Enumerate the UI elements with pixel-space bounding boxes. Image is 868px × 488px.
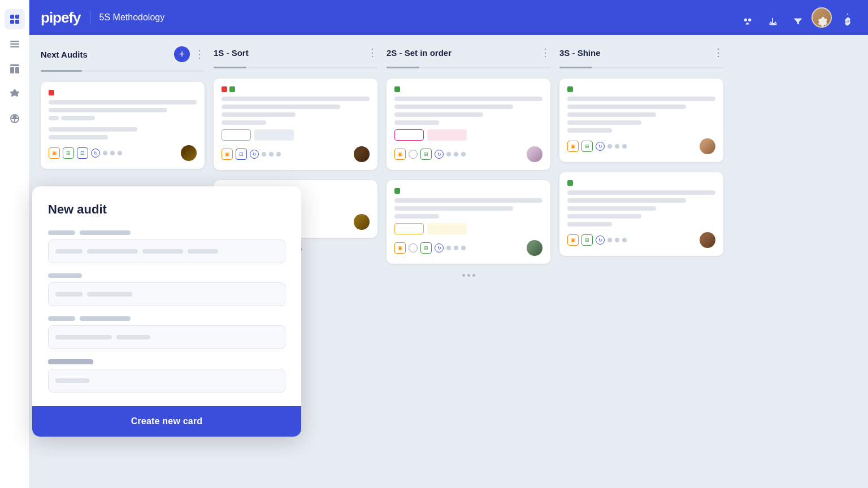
card-tags-2 [222,129,370,141]
sidebar-item-globe[interactable] [5,108,25,129]
card-avatar-1 [181,145,197,161]
import-icon[interactable] [764,12,782,30]
kanban-card-1[interactable]: ▣ ⊞ ⊡ ↻ [41,82,205,169]
footer-icon: ⊡ [236,149,247,160]
card-line [222,112,296,117]
card-dot-green [229,86,235,92]
card-footer-6: ▣ ⊞ ↻ [567,138,715,154]
field-label-3 [48,316,285,321]
card-line [49,127,137,132]
footer-dot [103,151,107,155]
create-new-card-button[interactable]: Create new card [131,416,203,426]
ph-block [87,292,132,297]
card-dot-green [394,86,400,92]
svg-rect-5 [10,43,19,45]
form-field-4 [48,359,285,393]
svg-rect-1 [15,15,19,19]
card-dot-green [567,180,573,186]
kanban-card-6[interactable]: ▣ ⊞ ↻ [559,79,723,162]
kanban-card-7[interactable]: ▣ ⊞ ↻ [559,172,723,256]
modal-title: New audit [48,202,285,217]
modal-footer: Create new card [32,406,301,437]
card-dot-green [567,86,573,92]
sidebar-item-list[interactable] [5,34,25,54]
card-line [567,97,715,101]
card-avatar-2 [354,146,370,162]
card-tag-outline [222,129,251,141]
card-footer-icons: ▣ ⊞ ⊡ ↻ [49,147,122,159]
label-block [80,316,131,321]
sidebar-item-automation[interactable] [5,84,25,104]
column-menu-set-in-order[interactable]: ⋮ [540,46,550,59]
field-label-4 [48,359,285,364]
footer-dot [607,144,612,149]
ph-block [55,249,83,254]
svg-rect-7 [10,64,19,66]
footer-dot [276,152,281,156]
card-line [567,112,656,117]
footer-dot [446,246,451,250]
filter-icon[interactable] [789,12,807,30]
field-input-4[interactable] [48,369,285,393]
input-placeholder [55,249,218,254]
column-menu-next-audits[interactable]: ⋮ [194,48,205,60]
card-line [394,206,513,211]
footer-icon: ▣ [567,234,579,246]
column-progress-next-audits [41,70,205,72]
card-line [222,104,340,109]
label-block [48,230,75,235]
card-line [394,104,513,109]
link-icon[interactable] [839,12,857,30]
kanban-card-2[interactable]: ▣ ⊡ ↻ [214,79,377,170]
card-tag-fill [254,129,294,141]
footer-dot [607,238,612,242]
card-line [49,135,108,140]
footer-icon: ⊞ [420,242,432,254]
pipefy-logo: pipefy [41,9,81,27]
field-input-2[interactable] [48,282,285,306]
column-header-next-audits: Next Audits + ⋮ [41,46,205,62]
form-field-3 [48,316,285,349]
card-line [49,108,167,112]
footer-dot [262,152,266,156]
card-dots-7 [567,180,715,186]
footer-dot [461,246,466,250]
footer-dot [622,144,627,149]
card-tag-outline-pink [394,129,424,141]
sidebar-item-table[interactable] [5,59,25,79]
form-field-1 [48,230,285,263]
card-footer-icons: ▣ ⊞ ↻ [394,149,466,160]
card-line [567,120,641,125]
card-tag-fill-pink [427,129,467,141]
column-title-sort: 1S - Sort [214,48,363,58]
field-input-1[interactable] [48,239,285,263]
top-header: pipefy 5S Methodology ⋮ [29,0,868,35]
footer-dot [118,151,122,155]
card-footer-1: ▣ ⊞ ⊡ ↻ [49,145,197,161]
footer-dot [454,152,458,156]
footer-dot [110,151,115,155]
ph-block [116,335,150,339]
members-icon[interactable] [739,12,757,30]
column-menu-sort[interactable]: ⋮ [367,46,377,59]
card-footer-7: ▣ ⊞ ↻ [567,232,715,248]
card-dots-2 [222,86,370,92]
card-line [567,214,641,219]
column-progress-sort [214,67,377,68]
footer-icon-circle: ↻ [91,149,100,158]
field-input-3[interactable] [48,325,285,349]
column-menu-shine[interactable]: ⋮ [713,46,723,59]
field-label-1 [48,230,285,235]
modal-body: New audit [32,186,301,406]
svg-rect-8 [10,67,14,73]
kanban-card-4[interactable]: ▣ ⊞ ↻ [387,79,550,170]
sidebar-item-grid[interactable] [5,9,25,29]
settings-icon[interactable] [814,12,832,30]
card-footer-4: ▣ ⊞ ↻ [394,146,542,162]
card-dots-1 [49,90,197,95]
card-line [567,190,715,195]
kanban-card-5[interactable]: ▣ ⊞ ↻ [387,180,550,264]
footer-icon: ⊞ [581,234,593,246]
column-add-button-next-audits[interactable]: + [174,46,190,62]
column-title-set-in-order: 2S - Set in order [387,48,536,58]
